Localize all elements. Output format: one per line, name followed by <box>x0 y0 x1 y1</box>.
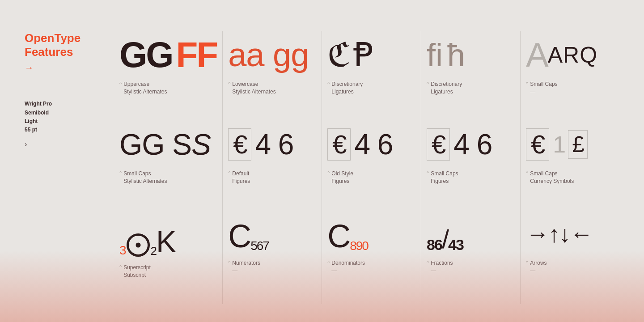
caret-icon-7: ^ <box>228 170 230 176</box>
feature-lowercase-stylistic: aa gg ^ Lowercase Stylistic Alternates <box>222 31 322 121</box>
feature-label-disc-lig-1: Discretionary Ligatures <box>331 80 363 96</box>
font-info: Wright Pro Semibold Light 55 pt <box>25 100 114 134</box>
glyph-small-caps: A ARQ <box>526 35 614 75</box>
feature-superscript-subscript: 3 2 K ^ Superscript Subscript <box>114 210 222 304</box>
caret-icon-15: ^ <box>526 260 528 265</box>
glyph-denominators: C890 <box>327 214 415 254</box>
feature-label-small-caps-stylistic: Small Caps Stylistic Alternates <box>123 170 167 185</box>
feature-label-fractions: Fractions — <box>431 259 453 275</box>
feature-label-row-8: ^ Old Style Figures <box>327 170 415 185</box>
feature-label-row-7: ^ Default Figures <box>228 170 316 185</box>
feature-label-row-4: ^ Discretionary Ligatures <box>427 80 515 96</box>
caret-icon-3: ^ <box>327 81 330 86</box>
feature-label-default-figures: Default Figures <box>232 170 250 185</box>
feature-label-uppercase-stylistic: Uppercase Stylistic Alternates <box>123 80 167 96</box>
glyph-disc-lig-1: ℭ Ᵽ <box>327 35 415 75</box>
caret-icon-4: ^ <box>427 81 429 86</box>
glyph-default-figures: € 4 6 <box>228 124 316 165</box>
glyph-small-caps-figures: € 4 6 <box>427 124 515 165</box>
feature-label-old-style-figures: Old Style Figures <box>331 170 353 185</box>
sidebar: OpenTypeFeatures → Wright Pro Semibold L… <box>25 27 114 304</box>
glyph-small-caps-stylistic: GG SS <box>119 124 217 165</box>
feature-uppercase-stylistic: GG FF ^ Uppercase Stylistic Alternates <box>114 31 222 121</box>
caret-icon-14: ^ <box>427 260 429 265</box>
feature-label-lowercase-stylistic: Lowercase Stylistic Alternates <box>232 80 275 96</box>
feature-small-caps-stylistic: GG SS ^ Small Caps Stylistic Alternates <box>114 121 222 210</box>
caret-icon: ^ <box>119 81 122 86</box>
feature-label-superscript-subscript: Superscript Subscript <box>123 264 151 279</box>
feature-label-row-15: ^ Arrows — <box>526 259 614 275</box>
sidebar-nav-arrow[interactable]: › <box>25 140 114 148</box>
feature-fractions: 86 / 43 ^ Fractions — <box>421 210 520 304</box>
glyph-lowercase-stylistic: aa gg <box>228 35 316 75</box>
sidebar-title: OpenTypeFeatures <box>25 31 114 59</box>
feature-small-caps-figures: € 4 6 ^ Small Caps Figures <box>421 121 520 210</box>
font-style: Light <box>25 117 114 126</box>
feature-label-row: ^ Uppercase Stylistic Alternates <box>119 80 217 96</box>
feature-arrows: →↑↓← ^ Arrows — <box>520 210 619 304</box>
caret-icon-10: ^ <box>526 170 528 176</box>
feature-label-row-5: ^ Small Caps — <box>526 80 614 96</box>
glyph-numerators: C567 <box>228 214 316 254</box>
feature-label-arrows: Arrows — <box>530 259 547 275</box>
feature-label-row-2: ^ Lowercase Stylistic Alternates <box>228 80 316 96</box>
feature-disc-ligatures-1: ℭ Ᵽ ^ Discretionary Ligatures <box>322 31 421 121</box>
feature-old-style-figures: € 4 6 ^ Old Style Figures <box>322 121 421 210</box>
font-name: Wright Pro <box>25 100 114 108</box>
feature-label-denominators: Denominators — <box>331 259 365 275</box>
feature-label-small-caps-currency: Small Caps Currency Symbols <box>530 170 574 185</box>
feature-label-row-10: ^ Small Caps Currency Symbols <box>526 170 614 185</box>
feature-numerators: C567 ^ Numerators — <box>222 210 322 304</box>
caret-icon-2: ^ <box>228 81 230 86</box>
glyph-disc-lig-2: ﬁ ħ <box>427 35 515 75</box>
caret-icon-5: ^ <box>526 81 528 86</box>
feature-label-row-9: ^ Small Caps Figures <box>427 170 515 185</box>
feature-label-row-14: ^ Fractions — <box>427 259 515 275</box>
caret-icon-6: ^ <box>119 170 122 176</box>
caret-icon-8: ^ <box>327 170 330 176</box>
feature-label-row-13: ^ Denominators — <box>327 259 415 275</box>
glyph-fractions: 86 / 43 <box>427 214 515 254</box>
glyph-uppercase-stylistic: GG FF <box>119 35 217 75</box>
main-grid: GG FF ^ Uppercase Stylistic Alternates a… <box>114 27 619 304</box>
feature-label-row-12: ^ Numerators — <box>228 259 316 275</box>
glyph-old-style-figures: € 4 6 <box>327 124 415 165</box>
caret-icon-9: ^ <box>427 170 429 176</box>
sidebar-arrow-right[interactable]: → <box>25 63 114 73</box>
feature-label-disc-lig-2: Discretionary Ligatures <box>431 80 462 96</box>
feature-default-figures: € 4 6 ^ Default Figures <box>222 121 322 210</box>
feature-denominators: C890 ^ Denominators — <box>322 210 421 304</box>
feature-small-caps-currency: € 1 £ ^ Small Caps Currency Symbols <box>520 121 619 210</box>
font-weight: Semibold <box>25 109 114 117</box>
feature-disc-ligatures-2: ﬁ ħ ^ Discretionary Ligatures <box>421 31 520 121</box>
glyph-arrows: →↑↓← <box>526 214 614 254</box>
glyph-small-caps-currency: € 1 £ <box>526 124 614 165</box>
feature-label-row-6: ^ Small Caps Stylistic Alternates <box>119 170 217 185</box>
glyph-superscript-subscript: 3 2 K <box>119 214 217 258</box>
feature-label-small-caps: Small Caps — <box>530 80 557 96</box>
caret-icon-13: ^ <box>327 260 330 265</box>
feature-label-row-3: ^ Discretionary Ligatures <box>327 80 415 96</box>
feature-small-caps: A ARQ ^ Small Caps — <box>520 31 619 121</box>
caret-icon-12: ^ <box>228 260 230 265</box>
page-container: OpenTypeFeatures → Wright Pro Semibold L… <box>0 0 644 322</box>
font-size: 55 pt <box>25 126 114 134</box>
feature-label-numerators: Numerators — <box>232 259 260 275</box>
feature-label-small-caps-figures: Small Caps Figures <box>431 170 458 185</box>
caret-icon-11: ^ <box>119 264 122 270</box>
feature-label-row-11: ^ Superscript Subscript <box>119 264 217 279</box>
